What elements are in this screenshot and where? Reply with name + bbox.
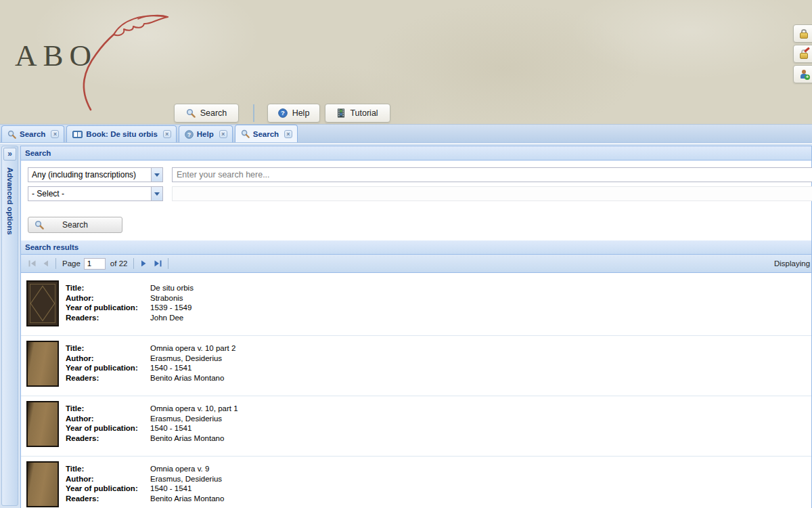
result-fields: Title:Omnia opera v. 10, part 1 Author:E… xyxy=(66,401,238,456)
first-page-button[interactable] xyxy=(25,257,39,270)
app-header: ABO Search ? Help Tutorial xyxy=(0,0,812,125)
tab-label: Book: De situ orbis xyxy=(86,130,157,138)
close-icon[interactable]: × xyxy=(51,130,59,138)
result-fields: Title:Omnia opera v. 10 part 2 Author:Er… xyxy=(66,341,235,396)
pagination-toolbar: Page of 22 Displaying xyxy=(21,255,811,273)
search-panel-title: Search xyxy=(21,146,811,161)
result-row[interactable]: Title:Omnia opera v. 9 Author:Erasmus, D… xyxy=(21,457,811,508)
login-button[interactable] xyxy=(793,24,812,43)
book-cover-thumbnail[interactable] xyxy=(26,280,59,326)
select-filter-dropdown[interactable]: - Select - xyxy=(28,186,163,201)
tutorial-icon xyxy=(337,108,345,118)
author-value: Erasmus, Desiderius xyxy=(150,474,222,484)
book-cover-thumbnail[interactable] xyxy=(26,401,59,447)
result-fields: Title:Omnia opera v. 9 Author:Erasmus, D… xyxy=(66,461,224,508)
title-label: Title: xyxy=(66,343,150,354)
title-value: Omnia opera v. 9 xyxy=(150,464,209,474)
author-label: Author: xyxy=(66,414,150,424)
next-page-button[interactable] xyxy=(137,257,151,270)
result-row[interactable]: Title:Omnia opera v. 10 part 2 Author:Er… xyxy=(21,336,811,396)
close-icon[interactable]: × xyxy=(163,130,171,138)
result-fields: Title:De situ orbis Author:Strabonis Yea… xyxy=(66,280,194,335)
tab-label: Search xyxy=(20,130,45,138)
author-label: Author: xyxy=(66,474,150,484)
book-icon xyxy=(72,130,83,139)
year-value: 1540 - 1541 xyxy=(150,363,191,373)
quill-logo-icon xyxy=(66,9,175,112)
title-label: Title: xyxy=(66,283,150,293)
readers-label: Readers: xyxy=(66,373,150,383)
author-label: Author: xyxy=(66,354,150,364)
forgot-password-button[interactable]: F xyxy=(793,45,812,63)
last-page-button[interactable] xyxy=(151,257,164,270)
svg-text:?: ? xyxy=(281,109,285,117)
page-number-input[interactable] xyxy=(84,258,106,270)
author-value: Erasmus, Desiderius xyxy=(150,414,222,424)
tab-label: Search xyxy=(253,130,279,138)
title-label: Title: xyxy=(66,404,150,414)
toolbar-separator xyxy=(55,258,56,269)
tutorial-button-label: Tutorial xyxy=(350,108,378,118)
advanced-options-label[interactable]: Advanced options xyxy=(6,167,14,235)
submit-search-button[interactable]: Search xyxy=(28,217,122,233)
search-button[interactable]: Search xyxy=(174,104,239,123)
previous-page-button[interactable] xyxy=(39,257,52,270)
register-button[interactable]: + xyxy=(793,65,812,83)
toolbar-separator xyxy=(133,258,134,269)
readers-value: John Dee xyxy=(150,313,183,323)
displaying-status-label: Displaying xyxy=(774,259,810,268)
book-cover-thumbnail[interactable] xyxy=(26,341,59,387)
year-value: 1539 - 1549 xyxy=(150,303,191,313)
lock-icon xyxy=(799,29,809,39)
help-button-label: Help xyxy=(292,108,310,118)
tab-book-de-situ-orbis[interactable]: Book: De situ orbis × xyxy=(66,125,176,142)
help-icon: ? xyxy=(185,130,194,139)
tutorial-button[interactable]: Tutorial xyxy=(325,104,390,123)
book-cover-thumbnail[interactable] xyxy=(26,461,59,507)
content-area: » Advanced options Search Any (including… xyxy=(0,144,812,508)
year-label: Year of publication: xyxy=(66,484,150,494)
help-button[interactable]: ? Help xyxy=(267,104,320,123)
search-icon xyxy=(186,108,196,118)
title-label: Title: xyxy=(66,464,150,474)
filter-value-input[interactable] xyxy=(172,186,812,201)
year-label: Year of publication: xyxy=(66,363,150,373)
search-icon xyxy=(241,129,250,138)
svg-text:?: ? xyxy=(187,131,191,137)
search-type-dropdown[interactable]: Any (including transcriptions) xyxy=(28,167,163,182)
close-icon[interactable]: × xyxy=(219,130,227,138)
year-value: 1540 - 1541 xyxy=(150,484,191,494)
search-icon xyxy=(35,220,44,230)
tab-search-2-active[interactable]: Search × xyxy=(235,125,298,142)
lock-edit-icon xyxy=(799,49,809,59)
readers-label: Readers: xyxy=(66,433,150,444)
search-query-input[interactable] xyxy=(172,167,812,182)
title-value: De situ orbis xyxy=(150,283,194,293)
tab-label: Help xyxy=(197,130,214,138)
search-results-list: Title:De situ orbis Author:Strabonis Yea… xyxy=(21,273,811,508)
close-icon[interactable]: × xyxy=(284,130,292,138)
chevron-down-icon[interactable] xyxy=(151,167,163,182)
title-value: Omnia opera v. 10, part 1 xyxy=(150,404,238,414)
year-value: 1540 - 1541 xyxy=(150,423,191,433)
search-panel: Search Any (including transcriptions) - … xyxy=(20,146,812,508)
readers-value: Benito Arias Montano xyxy=(150,433,224,444)
result-row[interactable]: Title:Omnia opera v. 10, part 1 Author:E… xyxy=(21,396,811,457)
search-form: Any (including transcriptions) - Select … xyxy=(21,161,811,240)
author-label: Author: xyxy=(66,293,150,303)
expand-panel-button chevron-right-icon[interactable]: » xyxy=(3,148,16,161)
readers-label: Readers: xyxy=(66,313,150,323)
tab-search-1[interactable]: Search × xyxy=(1,125,64,142)
author-value: Erasmus, Desiderius xyxy=(150,354,222,364)
search-button-label: Search xyxy=(200,108,227,118)
tab-help[interactable]: ? Help × xyxy=(179,125,233,142)
page-label: Page xyxy=(62,259,81,268)
advanced-options-collapsed-panel: » Advanced options xyxy=(1,146,18,506)
help-icon: ? xyxy=(278,108,288,118)
select-filter-dropdown-value: - Select - xyxy=(28,186,151,201)
result-row[interactable]: Title:De situ orbis Author:Strabonis Yea… xyxy=(21,276,811,336)
year-label: Year of publication: xyxy=(66,423,150,433)
toolbar-separator xyxy=(168,258,168,269)
readers-value: Benito Arias Montano xyxy=(150,494,224,504)
chevron-down-icon[interactable] xyxy=(151,186,163,201)
